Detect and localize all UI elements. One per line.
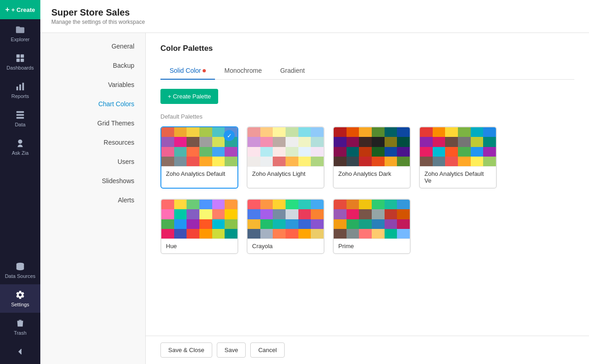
- color-cell: [458, 147, 471, 157]
- create-palette-button[interactable]: + Create Palette: [160, 89, 218, 104]
- color-cell: [298, 147, 311, 157]
- color-cell: [199, 127, 212, 137]
- color-cell: [161, 219, 174, 229]
- color-cell: [433, 137, 446, 147]
- color-cell: [334, 147, 347, 157]
- settings-nav-resources[interactable]: Resources: [40, 133, 145, 152]
- sidebar-item-data-sources[interactable]: Data Sources: [0, 256, 40, 284]
- color-cell: [298, 157, 311, 166]
- settings-nav-chart-colors[interactable]: Chart Colors: [40, 94, 145, 114]
- palette-card-prime[interactable]: Prime: [333, 199, 411, 254]
- color-cell: [273, 200, 286, 209]
- tab-monochrome[interactable]: Monochrome: [215, 62, 271, 80]
- sidebar-item-trash[interactable]: Trash: [0, 313, 40, 341]
- color-cell: [248, 209, 260, 219]
- color-cell: [372, 137, 385, 147]
- create-button[interactable]: + + Create: [0, 0, 40, 19]
- save-button[interactable]: Save: [217, 342, 246, 358]
- svg-point-10: [18, 140, 22, 144]
- color-cell: [372, 147, 385, 157]
- color-cell: [347, 209, 359, 219]
- color-cell: [445, 157, 458, 166]
- sidebar-item-settings[interactable]: Settings: [0, 284, 40, 313]
- sidebar-item-back[interactable]: [0, 341, 40, 364]
- svg-rect-3: [21, 59, 24, 62]
- save-close-button[interactable]: Save & Close: [160, 342, 212, 358]
- color-cell: [174, 157, 187, 166]
- palette-card-crayola[interactable]: Crayola: [247, 199, 325, 254]
- palette-card-hue[interactable]: Hue: [160, 199, 238, 254]
- settings-nav-backup[interactable]: Backup: [40, 56, 145, 75]
- color-cell: [199, 209, 212, 219]
- color-cell: [199, 200, 212, 209]
- tab-gradient[interactable]: Gradient: [271, 62, 314, 80]
- sidebar-item-dashboards[interactable]: Dashboards: [0, 48, 40, 76]
- color-cell: [187, 219, 199, 229]
- color-cell: [420, 137, 433, 147]
- color-cell: [286, 219, 298, 229]
- tab-monochrome-label: Monochrome: [224, 67, 262, 74]
- sidebar-item-data[interactable]: Data: [0, 104, 40, 133]
- settings-nav-alerts[interactable]: Alerts: [40, 190, 145, 210]
- color-cell: [187, 147, 199, 157]
- color-cell: [433, 147, 446, 157]
- tab-dot: [203, 69, 206, 72]
- color-cell: [286, 209, 298, 219]
- color-cell: [359, 127, 372, 137]
- color-cell: [298, 209, 311, 219]
- settings-nav-grid-themes[interactable]: Grid Themes: [40, 114, 145, 133]
- settings-nav-users[interactable]: Users: [40, 152, 145, 171]
- dashboards-icon: [15, 53, 25, 63]
- tabs: Solid Color Monochrome Gradient: [160, 62, 574, 80]
- color-cell: [334, 137, 347, 147]
- color-cell: [273, 209, 286, 219]
- color-cell: [445, 137, 458, 147]
- color-cell: [334, 200, 347, 209]
- settings-nav-general[interactable]: General: [40, 37, 145, 56]
- page-subtitle: Manage the settings of this workspace: [51, 19, 578, 25]
- settings-nav-slideshows[interactable]: Slideshows: [40, 171, 145, 190]
- color-cell: [483, 127, 496, 137]
- color-cell: [359, 229, 372, 239]
- color-cell: [260, 229, 273, 239]
- cancel-button[interactable]: Cancel: [250, 342, 284, 358]
- color-cell: [212, 137, 225, 147]
- svg-rect-0: [17, 54, 20, 58]
- color-cell: [225, 147, 237, 157]
- color-grid-hue: [161, 200, 237, 239]
- sidebar-item-reports[interactable]: Reports: [0, 76, 40, 104]
- color-cell: [212, 200, 225, 209]
- palette-card-zoho-light[interactable]: Zoho Analytics Light: [247, 126, 325, 189]
- palette-card-zoho-dark[interactable]: Zoho Analytics Dark: [333, 126, 411, 189]
- palette-card-zoho-default[interactable]: ✓Zoho Analytics Default: [160, 126, 238, 189]
- sidebar-item-explorer[interactable]: Explorer: [0, 19, 40, 48]
- color-grid-zoho-default-ve: [420, 127, 496, 166]
- color-cell: [212, 209, 225, 219]
- sidebar-item-ask-zia[interactable]: Ask Zia: [0, 133, 40, 161]
- color-cell: [471, 147, 484, 157]
- color-cell: [225, 200, 237, 209]
- color-cell: [471, 127, 484, 137]
- color-cell: [187, 137, 199, 147]
- color-cell: [248, 219, 260, 229]
- color-cell: [458, 157, 471, 166]
- sidebar-item-dashboards-label: Dashboards: [6, 65, 33, 71]
- explorer-icon: [15, 25, 25, 35]
- color-cell: [445, 127, 458, 137]
- tab-solid-color-label: Solid Color: [170, 67, 201, 74]
- color-cell: [199, 147, 212, 157]
- color-cell: [347, 127, 359, 137]
- color-cell: [347, 229, 359, 239]
- tab-solid-color[interactable]: Solid Color: [160, 62, 215, 80]
- color-cell: [248, 137, 260, 147]
- color-cell: [161, 229, 174, 239]
- color-cell: [174, 147, 187, 157]
- color-cell: [397, 229, 410, 239]
- settings-icon: [15, 290, 25, 300]
- color-cell: [372, 127, 385, 137]
- settings-nav-variables[interactable]: Variables: [40, 75, 145, 94]
- sidebar-item-zia-label: Ask Zia: [12, 150, 29, 156]
- palette-name-zoho-default-ve: Zoho Analytics Default Ve: [420, 166, 496, 188]
- palette-card-zoho-default-ve[interactable]: Zoho Analytics Default Ve: [419, 126, 497, 189]
- sidebar-item-data-label: Data: [15, 122, 25, 127]
